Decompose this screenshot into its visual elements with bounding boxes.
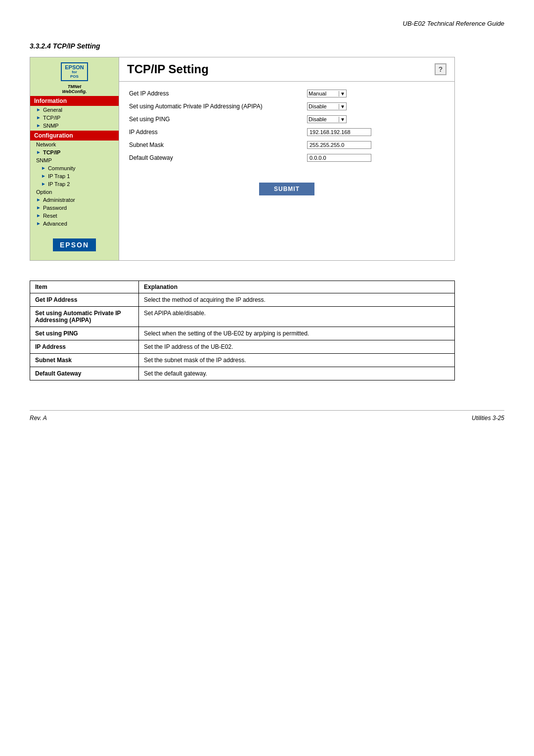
- arrow-icon: ►: [36, 197, 41, 202]
- main-header: TCP/IP Setting ?: [119, 57, 454, 82]
- sidebar-item-community[interactable]: ► Community: [30, 164, 119, 172]
- table-cell-explanation: Set APIPA able/disable.: [139, 306, 455, 327]
- form-row-ip-address: IP Address 192.168.192.168: [129, 128, 445, 136]
- sidebar-item-password[interactable]: ► Password: [30, 204, 119, 212]
- page-header: UB-E02 Technical Reference Guide: [30, 20, 504, 27]
- arrow-icon: ►: [41, 165, 46, 171]
- arrow-icon: ►: [36, 221, 41, 226]
- table-cell-explanation: Select when the setting of the UB-E02 by…: [139, 327, 455, 340]
- arrow-icon: ►: [41, 181, 46, 187]
- table-cell-explanation: Set the IP address of the UB-E02.: [139, 340, 455, 353]
- form-row-apipa: Set using Automatic Private IP Addressin…: [129, 102, 445, 110]
- form-row-ping: Set using PING Disable ▼: [129, 115, 445, 123]
- sidebar-label: Reset: [43, 213, 57, 219]
- input-default-gateway[interactable]: 0.0.0.0: [307, 154, 371, 162]
- label-ping: Set using PING: [129, 116, 307, 123]
- label-get-ip: Get IP Address: [129, 90, 307, 97]
- footer-left: Rev. A: [30, 415, 47, 422]
- tmnet-label: TMNet WebConfig.: [30, 83, 119, 95]
- arrow-icon: ►: [36, 213, 41, 218]
- sidebar-logo-area: EPSON for POS: [30, 57, 119, 83]
- sidebar-label: SNMP: [36, 157, 52, 163]
- dropdown-arrow-icon: ▼: [339, 91, 345, 96]
- dropdown-arrow-icon: ▼: [339, 104, 345, 109]
- sidebar-item-ip-trap-2[interactable]: ► IP Trap 2: [30, 180, 119, 188]
- sidebar-item-reset[interactable]: ► Reset: [30, 212, 119, 220]
- arrow-icon: ►: [36, 107, 41, 112]
- main-title: TCP/IP Setting: [127, 62, 209, 76]
- sidebar-label: IP Trap 1: [48, 173, 70, 179]
- sidebar-label: Community: [48, 165, 76, 171]
- label-ip-address: IP Address: [129, 129, 307, 136]
- sidebar-label: Administrator: [43, 197, 75, 203]
- table-header-item: Item: [30, 281, 139, 293]
- table-row: IP AddressSet the IP address of the UB-E…: [30, 340, 455, 353]
- select-apipa[interactable]: Disable ▼: [307, 102, 347, 110]
- table-cell-explanation: Set the default gateway.: [139, 367, 455, 380]
- main-content: TCP/IP Setting ? Get IP Address Manual ▼…: [119, 57, 454, 260]
- table-cell-item: Default Gateway: [30, 367, 139, 380]
- sidebar-item-network[interactable]: Network: [30, 141, 119, 148]
- sidebar-bottom-logo: EPSON: [30, 235, 119, 255]
- sidebar-item-general[interactable]: ► General: [30, 106, 119, 114]
- input-subnet-mask[interactable]: 255.255.255.0: [307, 141, 371, 149]
- select-val-get-ip: Manual: [309, 91, 338, 96]
- epson-bottom-brand: EPSON: [53, 238, 96, 251]
- help-icon[interactable]: ?: [435, 63, 446, 75]
- sidebar-item-ip-trap-1[interactable]: ► IP Trap 1: [30, 172, 119, 180]
- sidebar-item-tcpip-config[interactable]: ► TCP/IP: [30, 148, 119, 156]
- select-val-ping: Disable: [309, 116, 338, 122]
- sidebar-section-information: Information: [30, 96, 119, 106]
- logo-sub2: POS: [70, 75, 79, 79]
- section-title: 3.3.2.4 TCP/IP Setting: [30, 42, 504, 50]
- select-get-ip[interactable]: Manual ▼: [307, 90, 347, 97]
- label-default-gateway: Default Gateway: [129, 154, 307, 161]
- header-title: UB-E02 Technical Reference Guide: [403, 20, 504, 27]
- arrow-icon: ►: [36, 205, 41, 210]
- sidebar-label: Advanced: [43, 221, 67, 227]
- select-val-apipa: Disable: [309, 103, 338, 109]
- table-cell-item: Set using Automatic Private IP Addressin…: [30, 306, 139, 327]
- table-cell-item: Get IP Address: [30, 293, 139, 306]
- table-cell-item: Set using PING: [30, 327, 139, 340]
- sidebar-label: SNMP: [43, 123, 59, 129]
- sidebar-label: Option: [36, 189, 52, 195]
- sidebar-item-tcpip-info[interactable]: ► TCP/IP: [30, 114, 119, 122]
- sidebar-label: General: [43, 107, 62, 113]
- label-subnet-mask: Subnet Mask: [129, 142, 307, 148]
- submit-area: SUBMIT: [119, 175, 454, 203]
- form-row-default-gateway: Default Gateway 0.0.0.0: [129, 154, 445, 162]
- sidebar-label: IP Trap 2: [48, 181, 70, 187]
- sidebar-item-administrator[interactable]: ► Administrator: [30, 196, 119, 204]
- sidebar-label: TCP/IP: [43, 149, 60, 155]
- label-apipa: Set using Automatic Private IP Addressin…: [129, 103, 307, 110]
- table-cell-item: IP Address: [30, 340, 139, 353]
- ui-screenshot: EPSON for POS TMNet WebConfig. Informati…: [30, 57, 455, 261]
- sidebar-label: Network: [36, 142, 56, 147]
- sidebar-item-advanced[interactable]: ► Advanced: [30, 220, 119, 228]
- table-row: Default GatewaySet the default gateway.: [30, 367, 455, 380]
- sidebar: EPSON for POS TMNet WebConfig. Informati…: [30, 57, 119, 260]
- table-cell-item: Subnet Mask: [30, 353, 139, 367]
- form-row-get-ip: Get IP Address Manual ▼: [129, 90, 445, 97]
- table-row: Get IP AddressSelect the method of acqui…: [30, 293, 455, 306]
- input-ip-address[interactable]: 192.168.192.168: [307, 128, 371, 136]
- arrow-icon: ►: [36, 149, 41, 155]
- footer-right: Utilities 3-25: [472, 415, 504, 422]
- epson-logo-box: EPSON for POS: [61, 62, 88, 81]
- table-row: Set using Automatic Private IP Addressin…: [30, 306, 455, 327]
- info-table: Item Explanation Get IP AddressSelect th…: [30, 281, 455, 380]
- table-cell-explanation: Set the subnet mask of the IP address.: [139, 353, 455, 367]
- sidebar-item-snmp-config[interactable]: SNMP: [30, 156, 119, 164]
- submit-button[interactable]: SUBMIT: [259, 183, 314, 195]
- select-ping[interactable]: Disable ▼: [307, 115, 347, 123]
- sidebar-label: Password: [43, 205, 67, 211]
- table-row: Set using PINGSelect when the setting of…: [30, 327, 455, 340]
- sidebar-item-option[interactable]: Option: [30, 188, 119, 196]
- table-header-explanation: Explanation: [139, 281, 455, 293]
- arrow-icon: ►: [36, 123, 41, 128]
- arrow-icon: ►: [36, 115, 41, 120]
- sidebar-section-configuration: Configuration: [30, 131, 119, 141]
- form-row-subnet-mask: Subnet Mask 255.255.255.0: [129, 141, 445, 149]
- sidebar-item-snmp-info[interactable]: ► SNMP: [30, 122, 119, 130]
